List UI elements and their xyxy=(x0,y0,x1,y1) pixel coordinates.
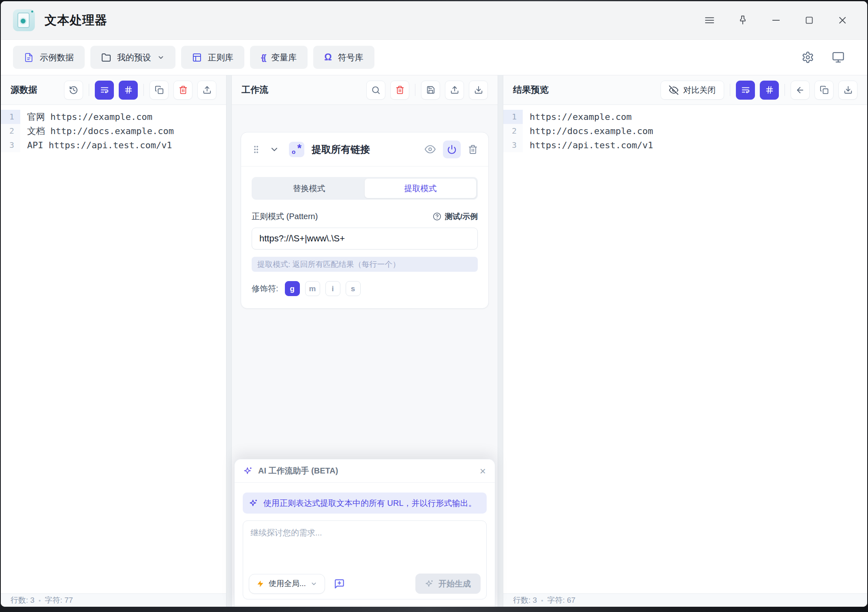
line-text: https://api.test.com/v1 xyxy=(523,138,653,152)
delete-step-trash-icon[interactable] xyxy=(468,145,478,154)
line-text: API https://api.test.com/v1 xyxy=(20,138,172,152)
panel-resize-handle[interactable] xyxy=(498,75,503,607)
variable-library-button[interactable]: {{ 变量库 xyxy=(250,46,308,69)
sample-data-label: 示例数据 xyxy=(40,52,74,63)
my-presets-label: 我的预设 xyxy=(117,52,151,63)
model-selector-button[interactable]: 使用全局... xyxy=(249,574,325,594)
tab-extract-mode[interactable]: 提取模式 xyxy=(365,179,476,198)
source-panel-title: 源数据 xyxy=(11,84,37,96)
collapse-chevron-icon[interactable] xyxy=(269,145,279,154)
save-icon[interactable] xyxy=(421,81,440,100)
line-count: 行数: 3 xyxy=(11,595,34,606)
eye-off-icon xyxy=(669,85,678,95)
pattern-label: 正则模式 (Pattern) xyxy=(252,211,318,222)
import-download-icon[interactable] xyxy=(469,81,488,100)
source-panel: 源数据 xyxy=(1,75,226,607)
workflow-panel-header: 工作流 xyxy=(232,75,498,105)
line-text: http://docs.example.com xyxy=(523,124,653,138)
maximize-icon[interactable] xyxy=(802,13,817,28)
menu-icon[interactable] xyxy=(702,13,717,28)
history-icon[interactable] xyxy=(64,81,83,100)
result-line-numbers-toggle[interactable] xyxy=(760,81,779,100)
source-line: 3 API https://api.test.com/v1 xyxy=(1,138,226,152)
result-editor[interactable]: 1 https://example.com 2 http://docs.exam… xyxy=(503,105,867,593)
copy-icon[interactable] xyxy=(150,81,169,100)
workflow-step-card: o * 提取所有链接 xyxy=(241,132,489,309)
search-icon[interactable] xyxy=(366,81,385,100)
source-editor[interactable]: 1 官网 https://example.com 2 文档 http://doc… xyxy=(1,105,226,593)
ai-input-actions: 使用全局... 开始生成 xyxy=(249,574,481,594)
modifier-s[interactable]: s xyxy=(346,281,361,296)
sparkles-icon xyxy=(425,579,434,588)
chevron-down-icon xyxy=(310,580,317,587)
monitor-icon[interactable] xyxy=(832,51,844,64)
tab-replace-mode[interactable]: 替换模式 xyxy=(253,179,365,198)
toolbar: 示例数据 我的预设 正则库 {{ 变量库 Ω 符号库 xyxy=(1,40,867,75)
divider xyxy=(415,84,415,96)
send-back-arrow-icon[interactable] xyxy=(791,81,810,100)
source-line: 1 官网 https://example.com xyxy=(1,110,226,124)
clear-workflow-trash-icon[interactable] xyxy=(390,81,409,100)
generate-button[interactable]: 开始生成 xyxy=(415,574,481,594)
new-chat-icon[interactable] xyxy=(334,578,345,589)
workflow-panel-title: 工作流 xyxy=(242,84,268,96)
line-number: 3 xyxy=(503,138,523,152)
modifier-m[interactable]: m xyxy=(305,281,320,296)
export-upload-icon[interactable] xyxy=(445,81,464,100)
char-count: 字符: 67 xyxy=(547,595,575,606)
modifier-i[interactable]: i xyxy=(325,281,340,296)
compare-toggle-button[interactable]: 对比关闭 xyxy=(661,81,724,100)
enable-power-icon[interactable] xyxy=(443,141,461,158)
source-panel-header: 源数据 xyxy=(1,75,226,105)
result-word-wrap-toggle[interactable] xyxy=(736,81,755,100)
char-count: 字符: 77 xyxy=(45,595,73,606)
help-circle-icon xyxy=(433,212,441,221)
mode-tabs: 替换模式 提取模式 xyxy=(252,177,478,200)
minimize-icon[interactable] xyxy=(768,13,784,28)
line-numbers-toggle[interactable] xyxy=(119,81,138,100)
copy-result-icon[interactable] xyxy=(815,81,834,100)
drag-handle-icon[interactable] xyxy=(252,145,261,154)
settings-gear-icon[interactable] xyxy=(802,51,814,64)
omega-icon: Ω xyxy=(324,53,331,62)
ai-close-icon[interactable]: × xyxy=(480,466,486,476)
divider xyxy=(143,84,144,96)
clear-trash-icon[interactable] xyxy=(173,81,192,100)
line-number: 3 xyxy=(1,138,20,152)
ai-suggestion-text: 使用正则表达式提取文本中的所有 URL，并以行形式输出。 xyxy=(263,498,477,509)
line-number: 1 xyxy=(503,110,523,124)
ai-suggestion-chip[interactable]: 使用正则表达式提取文本中的所有 URL，并以行形式输出。 xyxy=(243,493,487,514)
modifier-g[interactable]: g xyxy=(285,281,300,296)
folder-icon xyxy=(101,53,111,62)
model-selector-label: 使用全局... xyxy=(269,578,306,589)
close-icon[interactable] xyxy=(835,13,850,28)
sparkles-icon xyxy=(244,466,253,476)
symbol-library-button[interactable]: Ω 符号库 xyxy=(313,46,374,69)
source-line: 2 文档 http://docs.example.com xyxy=(1,124,226,138)
ai-panel-header: AI 工作流助手 (BETA) × xyxy=(235,459,495,483)
chevron-down-icon xyxy=(157,54,165,61)
window-controls xyxy=(702,13,855,28)
preview-eye-icon[interactable] xyxy=(425,144,436,155)
pin-icon[interactable] xyxy=(735,13,750,28)
test-example-link[interactable]: 测试/示例 xyxy=(433,211,478,222)
status-separator: • xyxy=(541,597,543,604)
line-number: 2 xyxy=(503,124,523,138)
regex-library-button[interactable]: 正则库 xyxy=(181,46,244,69)
pattern-label-row: 正则模式 (Pattern) 测试/示例 xyxy=(252,211,478,222)
app-logo xyxy=(13,9,35,31)
sample-data-button[interactable]: 示例数据 xyxy=(13,46,85,69)
panel-resize-handle[interactable] xyxy=(226,75,232,607)
download-result-icon[interactable] xyxy=(838,81,857,100)
ai-panel-title: AI 工作流助手 (BETA) xyxy=(258,465,338,476)
result-line: 1 https://example.com xyxy=(503,110,867,124)
pattern-input[interactable] xyxy=(252,228,478,249)
line-text: https://example.com xyxy=(523,110,632,124)
my-presets-button[interactable]: 我的预设 xyxy=(90,46,175,69)
word-wrap-toggle[interactable] xyxy=(95,81,114,100)
ai-prompt-input[interactable] xyxy=(243,521,486,557)
ai-assistant-panel: AI 工作流助手 (BETA) × 使用正则表达式提取文本中的所有 URL，并以… xyxy=(234,459,495,607)
result-line: 2 http://docs.example.com xyxy=(503,124,867,138)
titlebar: 文本处理器 xyxy=(1,1,867,40)
upload-icon[interactable] xyxy=(197,81,216,100)
